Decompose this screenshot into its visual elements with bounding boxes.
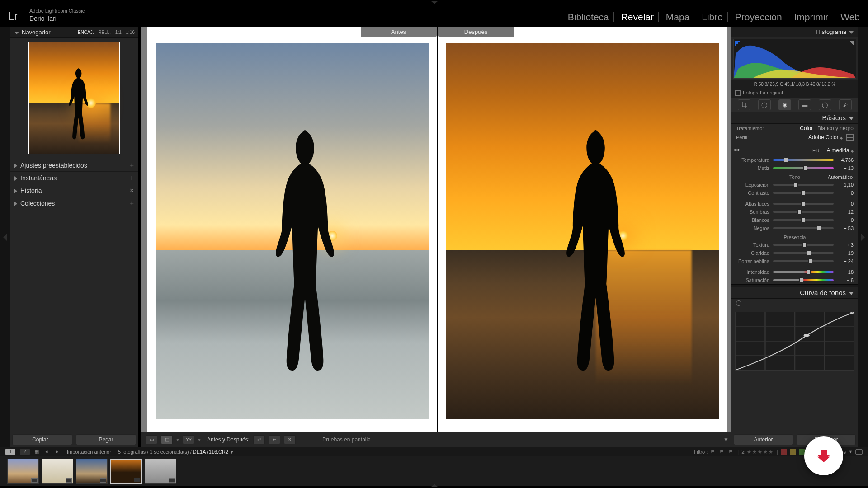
highlights-slider[interactable]: Altas luces0 [731,200,858,208]
panel-collapse-top-icon[interactable] [431,1,438,4]
treatment-row: Tratamiento: Color Blanco y negro [731,124,858,133]
top-bar: Lr Adobe Lightroom Classic Derio Ilari B… [0,0,868,27]
paste-settings-button[interactable]: Pegar [76,434,136,445]
before-after-lr-icon[interactable]: ◫ [161,435,173,444]
wb-picker-icon[interactable]: ✎ [732,145,742,155]
history-panel[interactable]: Historia× [10,184,138,197]
target-adjust-icon[interactable] [736,300,741,306]
blacks-slider[interactable]: Negros+ 53 [731,224,858,232]
saturation-slider[interactable]: Saturación− 6 [731,276,858,284]
module-book[interactable]: Libro [697,12,728,22]
navigator-header[interactable]: Navegador ENCAJ. RELL. 1:1 1:16 [10,27,138,38]
graduated-filter-icon[interactable]: ▬ [798,99,811,110]
label-yellow[interactable] [790,449,796,455]
filmstrip-thumb-2[interactable] [42,459,73,484]
filmstrip [0,456,868,486]
contrast-slider[interactable]: Contraste0 [731,189,858,197]
flag-picked-icon[interactable]: ⚑ [719,449,726,455]
presets-panel[interactable]: Ajustes preestablecidos+ [10,159,138,171]
temperature-slider[interactable]: Temperatura4.736 [731,156,858,164]
before-view[interactable]: Antes [147,27,438,432]
texture-slider[interactable]: Textura+ 3 [731,241,858,249]
basic-panel-header[interactable]: Básicos [731,112,858,124]
soft-proof-checkbox[interactable] [311,437,316,442]
copy-after-to-before-icon[interactable]: ⇤ [269,435,280,444]
crop-tool-icon[interactable] [738,99,750,110]
treatment-bw[interactable]: Blanco y negro [817,125,854,131]
filter-lock-icon[interactable] [855,449,863,455]
treatment-color[interactable]: Color [800,125,813,131]
clear-history-icon[interactable]: × [130,184,134,197]
filmstrip-thumb-5[interactable] [145,459,176,484]
zoom-ratio[interactable]: 1:16 [126,30,135,35]
red-eye-icon[interactable]: ◉ [778,99,791,110]
zoom-fill[interactable]: RELL. [98,30,111,35]
zoom-fit[interactable]: ENCAJ. [78,30,94,35]
filmstrip-source[interactable]: Importación anterior 5 fotografías / 1 s… [67,449,234,455]
filmstrip-thumb-4[interactable] [110,459,142,484]
flag-any-icon[interactable]: ⚑ [710,449,717,455]
flag-rejected-icon[interactable]: ⚑ [728,449,735,455]
app-logo: Lr [8,9,18,23]
swap-before-after-icon[interactable]: ⇄ [253,435,265,444]
module-develop[interactable]: Revelar [617,12,659,22]
filmstrip-thumb-1[interactable] [7,459,39,484]
loupe-view-icon[interactable]: ▭ [146,435,157,444]
label-red[interactable] [781,449,787,455]
shadows-slider[interactable]: Sombras− 12 [731,208,858,216]
profile-browser-icon[interactable] [846,134,854,141]
copy-before-to-after-icon[interactable]: ⤧ [284,435,296,444]
toolbar: ▭ ◫ ▾ Y|Y ▾ Antes y Después: ⇄ ⇤ ⤧ Prueb… [141,432,733,447]
spot-removal-icon[interactable]: ◯ [758,99,771,110]
clarity-slider[interactable]: Claridad+ 19 [731,249,858,257]
left-panel-footer: Copiar... Pegar [10,432,138,447]
adjustment-brush-icon[interactable]: 🖌 [839,99,852,110]
histogram-header[interactable]: Histograma [731,27,858,37]
after-view[interactable]: Después [438,27,727,432]
second-display-icon[interactable]: 2 [20,449,30,455]
module-slideshow[interactable]: Proyección [731,12,787,22]
snapshots-panel[interactable]: Instantáneas+ [10,171,138,184]
toolbar-menu-icon[interactable]: ▼ [723,436,729,443]
rating-eq-icon[interactable]: ≥ [741,449,744,455]
collapse-right-icon[interactable] [858,27,868,447]
module-web[interactable]: Web [836,12,860,22]
after-label: Después [438,27,514,37]
add-preset-icon[interactable]: + [130,159,134,172]
original-photo-row[interactable]: Fotografía original [731,88,858,98]
module-library[interactable]: Biblioteca [563,12,614,22]
go-back-icon[interactable]: ◂ [45,449,52,455]
go-forward-icon[interactable]: ▸ [56,449,62,455]
zoom-1to1[interactable]: 1:1 [115,30,122,35]
copy-settings-button[interactable]: Copiar... [12,434,72,445]
right-panel: Histograma R 50,8/ 25,9 G 45,1/ 18,3 B 4… [731,27,858,432]
dehaze-slider[interactable]: Borrar neblina+ 24 [731,257,858,265]
module-print[interactable]: Imprimir [790,12,834,22]
tone-curve-header[interactable]: Curva de tonos [731,287,858,299]
before-after-yy-icon[interactable]: Y|Y [183,435,194,444]
profile-select[interactable]: Adobe Color ◆ [808,134,843,141]
identity-plate[interactable]: Derio Ilari [29,15,57,22]
vibrance-slider[interactable]: Intensidad+ 18 [731,268,858,276]
add-snapshot-icon[interactable]: + [130,172,134,184]
tone-curve[interactable] [735,312,854,371]
navigator-thumbnail[interactable] [28,42,120,154]
wb-select[interactable]: A medida ◆ [827,147,854,154]
previous-button[interactable]: Anterior [734,434,793,445]
wb-row: ✎ EB: A medida ◆ [731,145,858,156]
histogram[interactable] [733,39,856,79]
panel-collapse-bottom-icon[interactable] [431,484,438,487]
collapse-left-icon[interactable] [0,27,10,447]
grid-icon[interactable]: ▦ [34,449,41,455]
rating-filter[interactable]: ★★★★★ [747,449,774,455]
floating-action-button[interactable] [804,436,843,475]
main-display-icon[interactable]: 1 [5,449,15,455]
radial-filter-icon[interactable]: ◯ [819,99,831,110]
tint-slider[interactable]: Matiz+ 13 [731,164,858,172]
add-collection-icon[interactable]: + [130,197,134,210]
collections-panel[interactable]: Colecciones+ [10,197,138,209]
filmstrip-thumb-3[interactable] [76,459,108,484]
whites-slider[interactable]: Blancos0 [731,216,858,224]
module-map[interactable]: Mapa [661,12,695,22]
exposure-slider[interactable]: Exposición− 1,10 [731,181,858,189]
